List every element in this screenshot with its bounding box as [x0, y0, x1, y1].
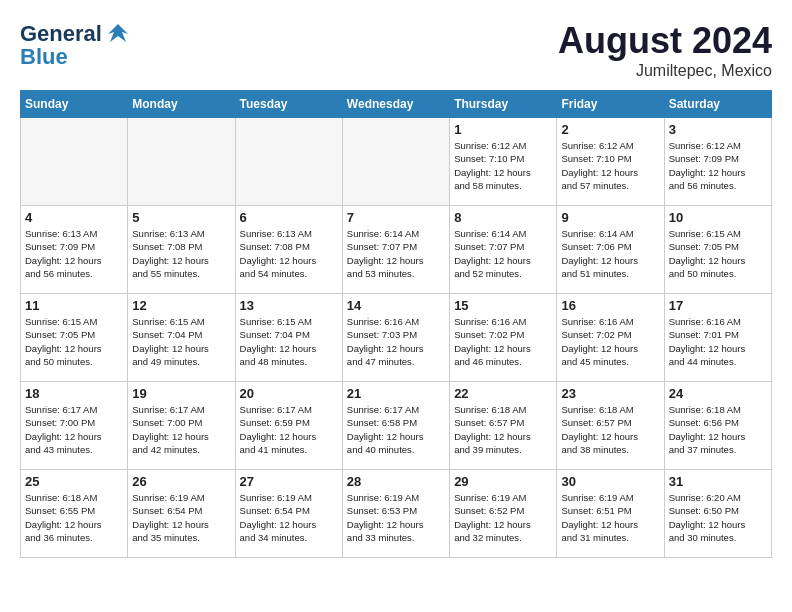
day-info: Sunrise: 6:14 AM Sunset: 7:07 PM Dayligh…: [347, 227, 445, 280]
day-number: 16: [561, 298, 659, 313]
day-number: 18: [25, 386, 123, 401]
day-number: 25: [25, 474, 123, 489]
day-number: 13: [240, 298, 338, 313]
calendar-cell: 27Sunrise: 6:19 AM Sunset: 6:54 PM Dayli…: [235, 470, 342, 558]
day-info: Sunrise: 6:13 AM Sunset: 7:09 PM Dayligh…: [25, 227, 123, 280]
calendar-cell: 14Sunrise: 6:16 AM Sunset: 7:03 PM Dayli…: [342, 294, 449, 382]
day-info: Sunrise: 6:15 AM Sunset: 7:05 PM Dayligh…: [25, 315, 123, 368]
day-info: Sunrise: 6:19 AM Sunset: 6:52 PM Dayligh…: [454, 491, 552, 544]
day-number: 1: [454, 122, 552, 137]
day-info: Sunrise: 6:16 AM Sunset: 7:03 PM Dayligh…: [347, 315, 445, 368]
calendar-cell: 6Sunrise: 6:13 AM Sunset: 7:08 PM Daylig…: [235, 206, 342, 294]
day-number: 4: [25, 210, 123, 225]
day-number: 23: [561, 386, 659, 401]
calendar-cell: 16Sunrise: 6:16 AM Sunset: 7:02 PM Dayli…: [557, 294, 664, 382]
day-number: 24: [669, 386, 767, 401]
page-header: General Blue August 2024 Jumiltepec, Mex…: [20, 20, 772, 80]
day-number: 20: [240, 386, 338, 401]
calendar-cell: 5Sunrise: 6:13 AM Sunset: 7:08 PM Daylig…: [128, 206, 235, 294]
day-number: 3: [669, 122, 767, 137]
day-info: Sunrise: 6:19 AM Sunset: 6:54 PM Dayligh…: [240, 491, 338, 544]
day-info: Sunrise: 6:12 AM Sunset: 7:10 PM Dayligh…: [561, 139, 659, 192]
calendar-week-5: 25Sunrise: 6:18 AM Sunset: 6:55 PM Dayli…: [21, 470, 772, 558]
day-number: 15: [454, 298, 552, 313]
calendar-cell: 23Sunrise: 6:18 AM Sunset: 6:57 PM Dayli…: [557, 382, 664, 470]
day-info: Sunrise: 6:16 AM Sunset: 7:01 PM Dayligh…: [669, 315, 767, 368]
day-number: 5: [132, 210, 230, 225]
day-info: Sunrise: 6:19 AM Sunset: 6:51 PM Dayligh…: [561, 491, 659, 544]
day-info: Sunrise: 6:18 AM Sunset: 6:55 PM Dayligh…: [25, 491, 123, 544]
day-number: 17: [669, 298, 767, 313]
day-number: 12: [132, 298, 230, 313]
day-info: Sunrise: 6:18 AM Sunset: 6:57 PM Dayligh…: [561, 403, 659, 456]
logo-bird-icon: [104, 20, 132, 48]
day-info: Sunrise: 6:17 AM Sunset: 6:59 PM Dayligh…: [240, 403, 338, 456]
day-number: 28: [347, 474, 445, 489]
calendar-table: SundayMondayTuesdayWednesdayThursdayFrid…: [20, 90, 772, 558]
calendar-cell: 31Sunrise: 6:20 AM Sunset: 6:50 PM Dayli…: [664, 470, 771, 558]
calendar-cell: 7Sunrise: 6:14 AM Sunset: 7:07 PM Daylig…: [342, 206, 449, 294]
calendar-week-1: 1Sunrise: 6:12 AM Sunset: 7:10 PM Daylig…: [21, 118, 772, 206]
day-number: 22: [454, 386, 552, 401]
day-info: Sunrise: 6:14 AM Sunset: 7:07 PM Dayligh…: [454, 227, 552, 280]
location: Jumiltepec, Mexico: [558, 62, 772, 80]
day-info: Sunrise: 6:18 AM Sunset: 6:57 PM Dayligh…: [454, 403, 552, 456]
calendar-cell: 2Sunrise: 6:12 AM Sunset: 7:10 PM Daylig…: [557, 118, 664, 206]
day-info: Sunrise: 6:14 AM Sunset: 7:06 PM Dayligh…: [561, 227, 659, 280]
calendar-cell: 11Sunrise: 6:15 AM Sunset: 7:05 PM Dayli…: [21, 294, 128, 382]
calendar-cell: 8Sunrise: 6:14 AM Sunset: 7:07 PM Daylig…: [450, 206, 557, 294]
day-number: 7: [347, 210, 445, 225]
calendar-cell: 10Sunrise: 6:15 AM Sunset: 7:05 PM Dayli…: [664, 206, 771, 294]
calendar-cell: 15Sunrise: 6:16 AM Sunset: 7:02 PM Dayli…: [450, 294, 557, 382]
day-number: 8: [454, 210, 552, 225]
day-number: 6: [240, 210, 338, 225]
calendar-week-2: 4Sunrise: 6:13 AM Sunset: 7:09 PM Daylig…: [21, 206, 772, 294]
calendar-cell: 20Sunrise: 6:17 AM Sunset: 6:59 PM Dayli…: [235, 382, 342, 470]
calendar-cell: 21Sunrise: 6:17 AM Sunset: 6:58 PM Dayli…: [342, 382, 449, 470]
column-header-friday: Friday: [557, 91, 664, 118]
title-block: August 2024 Jumiltepec, Mexico: [558, 20, 772, 80]
calendar-cell: 28Sunrise: 6:19 AM Sunset: 6:53 PM Dayli…: [342, 470, 449, 558]
calendar-cell: [21, 118, 128, 206]
day-number: 11: [25, 298, 123, 313]
column-header-tuesday: Tuesday: [235, 91, 342, 118]
day-number: 26: [132, 474, 230, 489]
calendar-week-3: 11Sunrise: 6:15 AM Sunset: 7:05 PM Dayli…: [21, 294, 772, 382]
day-info: Sunrise: 6:13 AM Sunset: 7:08 PM Dayligh…: [132, 227, 230, 280]
day-info: Sunrise: 6:17 AM Sunset: 6:58 PM Dayligh…: [347, 403, 445, 456]
day-info: Sunrise: 6:19 AM Sunset: 6:53 PM Dayligh…: [347, 491, 445, 544]
day-info: Sunrise: 6:15 AM Sunset: 7:04 PM Dayligh…: [240, 315, 338, 368]
calendar-cell: [128, 118, 235, 206]
calendar-cell: 3Sunrise: 6:12 AM Sunset: 7:09 PM Daylig…: [664, 118, 771, 206]
calendar-cell: 1Sunrise: 6:12 AM Sunset: 7:10 PM Daylig…: [450, 118, 557, 206]
month-title: August 2024: [558, 20, 772, 62]
day-info: Sunrise: 6:17 AM Sunset: 7:00 PM Dayligh…: [25, 403, 123, 456]
calendar-cell: 9Sunrise: 6:14 AM Sunset: 7:06 PM Daylig…: [557, 206, 664, 294]
day-number: 27: [240, 474, 338, 489]
day-number: 10: [669, 210, 767, 225]
day-info: Sunrise: 6:12 AM Sunset: 7:10 PM Dayligh…: [454, 139, 552, 192]
calendar-cell: [235, 118, 342, 206]
calendar-header-row: SundayMondayTuesdayWednesdayThursdayFrid…: [21, 91, 772, 118]
calendar-cell: 13Sunrise: 6:15 AM Sunset: 7:04 PM Dayli…: [235, 294, 342, 382]
calendar-cell: 17Sunrise: 6:16 AM Sunset: 7:01 PM Dayli…: [664, 294, 771, 382]
day-info: Sunrise: 6:19 AM Sunset: 6:54 PM Dayligh…: [132, 491, 230, 544]
day-info: Sunrise: 6:12 AM Sunset: 7:09 PM Dayligh…: [669, 139, 767, 192]
day-number: 30: [561, 474, 659, 489]
calendar-cell: 12Sunrise: 6:15 AM Sunset: 7:04 PM Dayli…: [128, 294, 235, 382]
day-info: Sunrise: 6:15 AM Sunset: 7:04 PM Dayligh…: [132, 315, 230, 368]
day-info: Sunrise: 6:17 AM Sunset: 7:00 PM Dayligh…: [132, 403, 230, 456]
calendar-cell: 4Sunrise: 6:13 AM Sunset: 7:09 PM Daylig…: [21, 206, 128, 294]
day-info: Sunrise: 6:16 AM Sunset: 7:02 PM Dayligh…: [561, 315, 659, 368]
day-info: Sunrise: 6:18 AM Sunset: 6:56 PM Dayligh…: [669, 403, 767, 456]
column-header-sunday: Sunday: [21, 91, 128, 118]
calendar-cell: 24Sunrise: 6:18 AM Sunset: 6:56 PM Dayli…: [664, 382, 771, 470]
day-info: Sunrise: 6:13 AM Sunset: 7:08 PM Dayligh…: [240, 227, 338, 280]
column-header-thursday: Thursday: [450, 91, 557, 118]
column-header-saturday: Saturday: [664, 91, 771, 118]
day-info: Sunrise: 6:20 AM Sunset: 6:50 PM Dayligh…: [669, 491, 767, 544]
day-info: Sunrise: 6:16 AM Sunset: 7:02 PM Dayligh…: [454, 315, 552, 368]
day-info: Sunrise: 6:15 AM Sunset: 7:05 PM Dayligh…: [669, 227, 767, 280]
day-number: 14: [347, 298, 445, 313]
day-number: 9: [561, 210, 659, 225]
